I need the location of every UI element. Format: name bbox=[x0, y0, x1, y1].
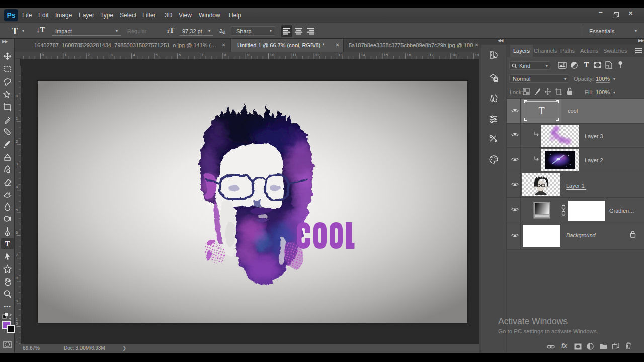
svg-text:11: 11 bbox=[292, 53, 297, 57]
svg-text:5: 5 bbox=[16, 208, 18, 212]
svg-text:18: 18 bbox=[452, 53, 456, 57]
svg-text:4: 4 bbox=[16, 185, 18, 189]
svg-text:1: 1 bbox=[64, 53, 67, 57]
svg-text:0: 0 bbox=[16, 94, 18, 98]
svg-text:0: 0 bbox=[16, 321, 18, 326]
svg-text:12: 12 bbox=[315, 53, 320, 57]
svg-text:10: 10 bbox=[270, 53, 274, 57]
svg-text:9: 9 bbox=[16, 299, 18, 303]
svg-text:0: 0 bbox=[42, 53, 44, 57]
svg-text:2: 2 bbox=[16, 139, 18, 144]
svg-text:15: 15 bbox=[384, 53, 388, 57]
svg-text:7: 7 bbox=[201, 53, 204, 57]
svg-text:17: 17 bbox=[429, 53, 434, 57]
svg-text:8: 8 bbox=[16, 276, 18, 280]
svg-text:4: 4 bbox=[133, 53, 135, 57]
svg-text:8: 8 bbox=[224, 53, 226, 57]
svg-text:7: 7 bbox=[16, 253, 18, 257]
svg-text:3: 3 bbox=[110, 53, 113, 57]
svg-text:19: 19 bbox=[475, 53, 479, 57]
svg-text:5: 5 bbox=[156, 53, 158, 57]
svg-text:16: 16 bbox=[407, 53, 411, 57]
svg-text:6: 6 bbox=[16, 230, 18, 235]
svg-text:6: 6 bbox=[179, 53, 181, 57]
svg-text:9: 9 bbox=[247, 53, 250, 57]
svg-text:2: 2 bbox=[88, 53, 90, 57]
svg-text:1: 1 bbox=[16, 116, 18, 121]
svg-text:3: 3 bbox=[16, 162, 18, 166]
svg-text:13: 13 bbox=[338, 53, 343, 57]
svg-text:14: 14 bbox=[361, 53, 365, 57]
